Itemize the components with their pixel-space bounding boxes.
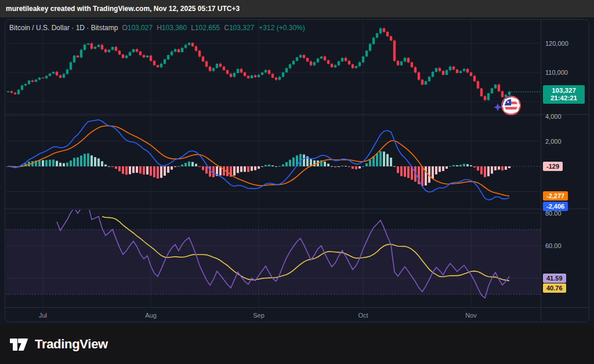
symbol-legend: Bitcoin / U.S. Dollar · 1D · BitstampO10… bbox=[9, 24, 305, 32]
time-axis-label-oct: Oct bbox=[358, 312, 368, 319]
flag-ball-sticker[interactable] bbox=[490, 93, 524, 121]
rsi-badge: 41.59 bbox=[543, 274, 566, 283]
change-value: +312 (+0.30%) bbox=[259, 24, 305, 32]
low-label: L bbox=[191, 24, 195, 32]
time-axis-label-nov: Nov bbox=[465, 312, 477, 319]
high-value: 103,360 bbox=[162, 24, 187, 32]
bar-countdown: 21:42:21 bbox=[546, 94, 582, 102]
time-axis-label-sep: Sep bbox=[253, 312, 265, 319]
macd-hist-badge: -129 bbox=[543, 162, 563, 171]
time-scale[interactable] bbox=[0, 308, 594, 323]
tradingview-logo-icon bbox=[9, 338, 28, 351]
rsi-tick-60: 60.00 bbox=[545, 242, 562, 249]
price-tick-110000: 110,000 bbox=[545, 69, 568, 76]
time-axis-label-aug: Aug bbox=[145, 312, 157, 319]
macd-signal-badge: -2,277 bbox=[543, 191, 568, 201]
usa-ball-icon bbox=[502, 96, 520, 115]
last-price-badge: 103,327 21:42:21 bbox=[543, 85, 585, 104]
macd-tick-2000: 2,000 bbox=[545, 138, 562, 145]
tradingview-wordmark: TradingView bbox=[35, 337, 108, 352]
last-price-value: 103,327 bbox=[546, 87, 582, 94]
macd-line-badge: -2,406 bbox=[543, 202, 568, 211]
price-tick-120000: 120,000 bbox=[545, 40, 568, 47]
tradingview-screenshot: muretileakey created with TradingView.co… bbox=[0, 0, 594, 364]
close-label: C bbox=[224, 24, 229, 32]
time-axis-label-jul: Jul bbox=[39, 312, 47, 319]
close-value: 103,327 bbox=[229, 24, 254, 32]
rsi-ma-badge: 40.76 bbox=[543, 283, 566, 293]
footer-bar: TradingView bbox=[0, 325, 594, 364]
low-value: 102,655 bbox=[195, 24, 220, 32]
open-label: O bbox=[122, 24, 127, 32]
sparkle-icon bbox=[494, 103, 502, 111]
tradingview-logo-link[interactable]: TradingView bbox=[9, 337, 108, 352]
macd-tick-4000: 4,000 bbox=[545, 113, 562, 120]
open-value: 103,027 bbox=[128, 24, 153, 32]
high-label: H bbox=[157, 24, 162, 32]
symbol-title[interactable]: Bitcoin / U.S. Dollar · 1D · Bitstamp bbox=[9, 24, 118, 32]
